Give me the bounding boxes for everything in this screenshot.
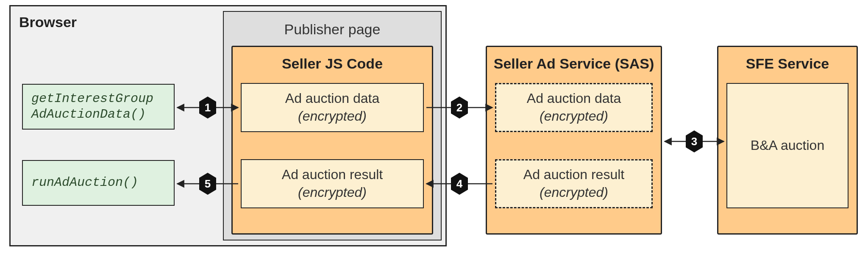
svg-text:1: 1 (205, 101, 211, 114)
step-3-badge: 3 (686, 130, 703, 152)
diagram-canvas: Browser Publisher page Seller JS Code Ad… (0, 0, 868, 257)
connectors: 1 2 3 4 5 (0, 0, 868, 257)
step-4-badge: 4 (451, 173, 468, 195)
step-1-badge: 1 (199, 97, 216, 119)
step-5-badge: 5 (199, 173, 216, 195)
svg-text:5: 5 (205, 177, 211, 190)
svg-text:3: 3 (691, 135, 697, 148)
step-2-badge: 2 (451, 97, 468, 119)
svg-text:2: 2 (456, 101, 462, 114)
svg-text:4: 4 (456, 177, 463, 190)
